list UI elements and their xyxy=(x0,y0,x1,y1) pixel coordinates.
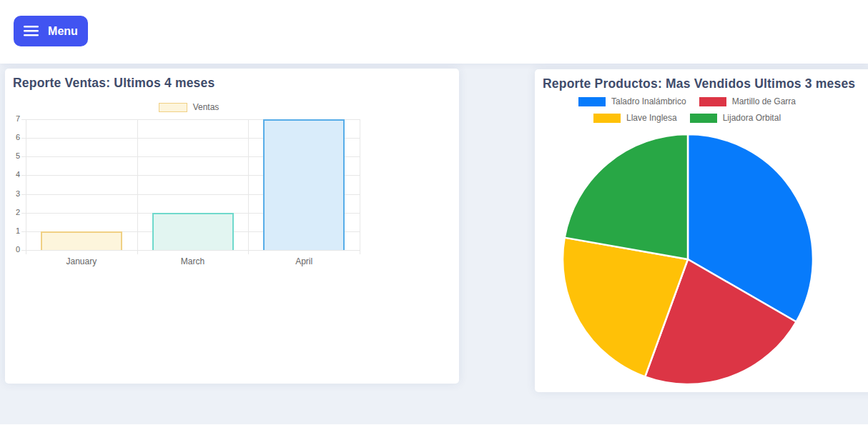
bar-chart-legend[interactable]: Ventas xyxy=(13,101,365,113)
pie-legend-item[interactable]: Llave Inglesa xyxy=(593,113,677,123)
y-axis-tick-label: 2 xyxy=(1,208,20,216)
products-report-card: Reporte Productos: Mas Vendidos Ultimos … xyxy=(535,69,868,392)
y-axis-tick-label: 6 xyxy=(1,133,20,141)
sales-report-card: Reporte Ventas: Ultimos 4 meses Ventas 0… xyxy=(5,69,459,384)
bar-january xyxy=(41,231,122,250)
pie-chart-legend: Taladro InalámbricoMartillo de GarraLlav… xyxy=(535,96,839,123)
bar-march xyxy=(152,213,234,250)
top-header-bar: Menu Kevin Admini xyxy=(0,0,868,64)
pie-legend-row: Llave InglesaLijadora Orbital xyxy=(593,113,781,123)
pie-legend-swatch xyxy=(699,97,726,106)
pie-legend-label: Taladro Inalámbrico xyxy=(611,96,686,106)
bar-legend-label: Ventas xyxy=(193,102,220,112)
bar-april xyxy=(263,119,345,250)
menu-button-label: Menu xyxy=(48,25,78,38)
sales-bar-chart[interactable]: 01234567JanuaryMarchApril xyxy=(26,119,360,250)
y-axis-tick-label: 4 xyxy=(1,170,20,179)
menu-button[interactable]: Menu xyxy=(14,16,88,46)
y-axis-tick-label: 5 xyxy=(1,151,20,160)
y-gridline xyxy=(21,250,360,251)
x-gridline xyxy=(248,119,249,254)
x-axis-tick-label: January xyxy=(26,256,137,266)
pie-legend-label: Llave Inglesa xyxy=(626,113,677,123)
y-axis-tick-label: 0 xyxy=(1,245,20,254)
products-card-title: Reporte Productos: Mas Vendidos Ultimos … xyxy=(543,76,855,91)
pie-legend-swatch xyxy=(578,97,606,106)
pie-legend-swatch xyxy=(593,114,621,123)
pie-legend-item[interactable]: Martillo de Garra xyxy=(699,96,796,106)
y-axis-tick-label: 7 xyxy=(1,114,20,123)
pie-legend-label: Martillo de Garra xyxy=(732,96,796,106)
pie-legend-label: Lijadora Orbital xyxy=(723,113,781,123)
sales-card-title: Reporte Ventas: Ultimos 4 meses xyxy=(13,76,214,91)
products-pie-chart[interactable] xyxy=(561,132,815,386)
pie-legend-swatch xyxy=(690,114,717,123)
x-axis-tick-label: April xyxy=(248,256,360,266)
hamburger-icon xyxy=(24,26,39,36)
x-axis-tick-label: March xyxy=(137,256,249,266)
y-axis-tick-label: 1 xyxy=(1,226,20,235)
x-gridline xyxy=(137,119,138,254)
pie-legend-row: Taladro InalámbricoMartillo de Garra xyxy=(578,96,796,106)
pie-slice-3 xyxy=(565,134,688,259)
pie-legend-item[interactable]: Lijadora Orbital xyxy=(690,113,781,123)
footer-strip xyxy=(0,424,868,430)
bar-legend-swatch xyxy=(159,103,187,112)
pie-legend-item[interactable]: Taladro Inalámbrico xyxy=(578,96,686,106)
x-gridline xyxy=(26,119,26,254)
x-gridline xyxy=(360,119,360,254)
y-axis-tick-label: 3 xyxy=(1,189,20,198)
